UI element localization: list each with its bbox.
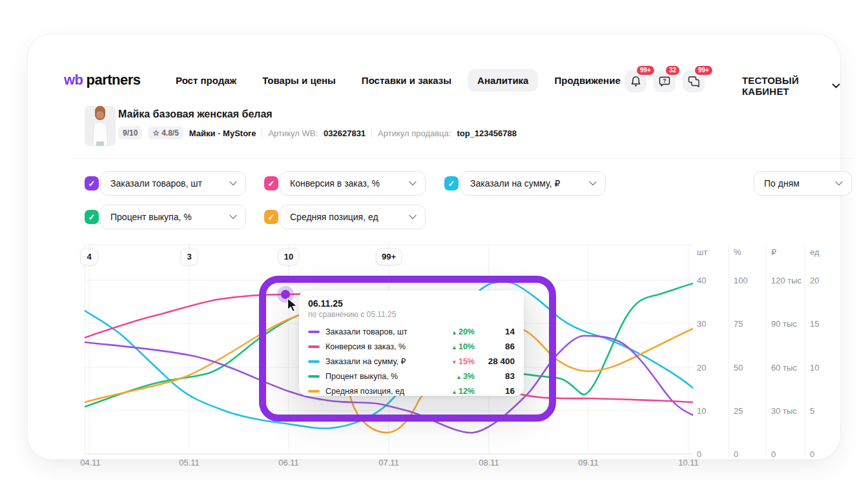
x-axis-label: 09.11 <box>578 458 599 467</box>
mouse-cursor-icon <box>287 298 298 313</box>
product-title: Майка базовая женская белая <box>118 108 273 120</box>
axis-column-divider <box>728 245 729 456</box>
nav-item-analytics[interactable]: Аналитика <box>468 69 538 92</box>
product-thumbnail[interactable] <box>85 106 116 146</box>
y-tick: 20 <box>697 363 706 373</box>
product-photo-icon <box>85 106 116 146</box>
period-select[interactable]: По дням <box>754 171 852 196</box>
tooltip-value: 83 <box>475 371 515 381</box>
chevron-down-icon <box>589 181 597 186</box>
metric-select-avg-position[interactable]: Средняя позиция, ед <box>280 205 426 229</box>
section-divider <box>70 158 853 159</box>
y-tick: 0 <box>810 449 814 459</box>
x-axis-label: 04.11 <box>80 458 101 467</box>
tooltip-change: ▲3% <box>435 372 475 381</box>
y-tick: 90 тыс <box>771 319 797 329</box>
metric-select-label: Средняя позиция, ед <box>290 212 378 222</box>
nav-item-supplies-orders[interactable]: Поставки и заказы <box>352 69 461 92</box>
account-name: ТЕСТОВЫЙ КАБИНЕТ <box>742 75 825 97</box>
y-tick: 100 <box>734 276 748 285</box>
wb-partners-logo[interactable]: wbpartners <box>64 72 141 88</box>
metric-checkbox-order-sum[interactable] <box>444 176 459 190</box>
event-badge[interactable]: 4 <box>80 248 98 265</box>
logo-wb: wb <box>64 72 83 88</box>
y-tick: 50 <box>734 363 743 373</box>
position-badge: 9/10 <box>118 127 142 139</box>
arrow-up-icon: ▲ <box>456 374 462 380</box>
chevron-down-icon <box>229 181 237 186</box>
event-badge[interactable]: 3 <box>180 248 198 265</box>
axis-unit-rub: ₽ <box>771 247 776 257</box>
help-button[interactable]: ? 32 <box>654 70 676 92</box>
x-axis-label: 07.11 <box>378 458 399 467</box>
metric-checkbox-avg-position[interactable] <box>264 210 278 224</box>
tooltip-row: Конверсия в заказ, % ▲10% 86 <box>308 339 515 354</box>
nav-item-promotion[interactable]: Продвижение <box>544 69 630 92</box>
y-tick: 30 <box>697 319 706 329</box>
metric-select-orders[interactable]: Заказали товаров, шт <box>100 171 246 196</box>
article-seller-value: top_123456788 <box>457 128 517 138</box>
bell-icon <box>630 76 641 87</box>
period-select-label: По дням <box>764 178 800 189</box>
tooltip-metric-label: Процент выкупа, % <box>326 372 435 381</box>
help-icon: ? <box>659 76 670 87</box>
axis-column-divider <box>805 245 805 456</box>
y-tick: 75 <box>734 319 743 329</box>
axis-unit-units: ед <box>810 247 820 257</box>
tooltip-metric-label: Конверсия в заказ, % <box>326 342 435 351</box>
y-tick: 0 <box>734 449 738 459</box>
arrow-up-icon: ▲ <box>451 344 457 351</box>
arrow-up-icon: ▲ <box>451 389 457 395</box>
y-tick: 25 <box>734 406 743 416</box>
nav-item-sales-growth[interactable]: Рост продаж <box>166 69 246 92</box>
nav-item-goods-prices[interactable]: Товары и цены <box>253 69 346 92</box>
tooltip-value: 86 <box>475 342 515 351</box>
series-dash-icon <box>308 375 320 378</box>
product-category[interactable]: Майки · MyStore <box>189 128 256 138</box>
account-switcher[interactable]: ТЕСТОВЫЙ КАБИНЕТ <box>742 75 840 97</box>
metric-checkbox-buyout[interactable] <box>85 210 99 224</box>
tooltip-change: ▲12% <box>435 387 475 396</box>
x-axis-label: 06.11 <box>278 458 299 467</box>
tooltip-value: 14 <box>475 327 515 336</box>
y-tick: 5 <box>810 406 814 416</box>
chat-icon <box>688 76 700 87</box>
chevron-down-icon <box>409 181 417 186</box>
tooltip-change-pct: 10% <box>459 342 475 351</box>
series-dash-icon <box>308 331 320 333</box>
metric-select-label: Конверсия в заказ, % <box>290 178 380 189</box>
y-tick: 20 <box>810 276 819 285</box>
tooltip-value: 28 400 <box>475 356 515 366</box>
notifications-button[interactable]: 99+ <box>625 70 646 92</box>
metric-select-conversion[interactable]: Конверсия в заказ, % <box>280 171 426 196</box>
metric-checkbox-orders[interactable] <box>85 176 99 190</box>
metric-select-label: Процент выкупа, % <box>110 212 192 222</box>
tooltip-date: 06.11.25 <box>308 298 515 309</box>
axis-column-divider <box>766 245 767 456</box>
tooltip-change: ▲20% <box>435 327 475 336</box>
metric-select-buyout[interactable]: Процент выкупа, % <box>100 205 246 229</box>
chat-button[interactable]: 99+ <box>683 70 705 92</box>
article-wb-label: Артикул WB: <box>268 128 318 138</box>
y-tick: 0 <box>771 449 776 459</box>
tooltip-row: Процент выкупа, % ▲3% 83 <box>308 369 515 384</box>
rating-value: 4.8/5 <box>161 128 179 138</box>
event-badge[interactable]: 99+ <box>376 248 402 265</box>
main-card: wbpartners Рост продаж Товары и цены Пос… <box>27 34 841 460</box>
svg-text:?: ? <box>663 77 666 84</box>
tooltip-change: ▲10% <box>435 342 475 351</box>
notifications-count-badge: 99+ <box>636 65 656 76</box>
x-axis-label: 08.11 <box>479 458 499 467</box>
metric-checkbox-conversion[interactable] <box>264 176 278 190</box>
chevron-down-icon <box>832 83 840 88</box>
series-dash-icon <box>308 360 320 363</box>
event-badge[interactable]: 10 <box>278 248 299 265</box>
tooltip-change-pct: 3% <box>463 372 475 381</box>
tooltip-rows: Заказали товаров, шт ▲20% 14 Конверсия в… <box>308 324 515 398</box>
y-tick: 40 <box>697 276 706 285</box>
tooltip-change: ▼15% <box>435 357 475 366</box>
y-tick: 0 <box>697 449 701 459</box>
metric-select-order-sum[interactable]: Заказали на сумму, ₽ <box>460 171 606 196</box>
meta-divider <box>371 128 372 138</box>
rating-badge: ☆ 4.8/5 <box>148 127 183 139</box>
